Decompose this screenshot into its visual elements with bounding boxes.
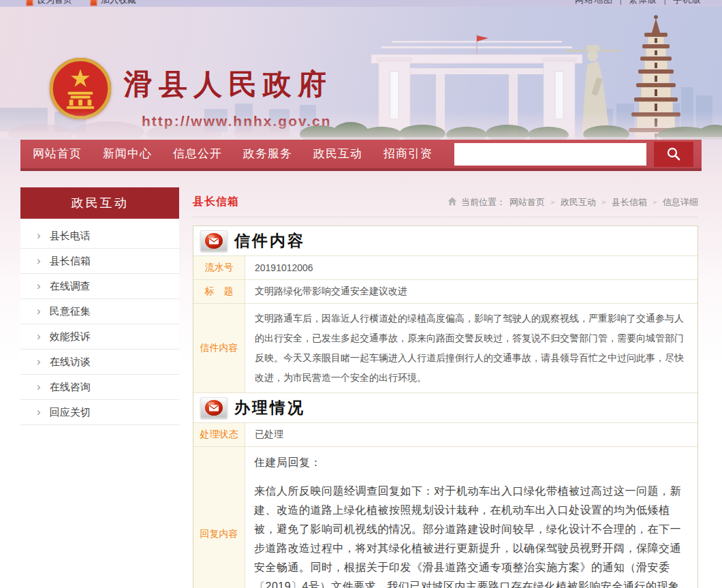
site-name: 滑县人民政府 (124, 65, 332, 104)
sidebar-item-label: 回应关切 (50, 406, 91, 419)
sidebar-item-label: 民意征集 (50, 305, 91, 318)
pagoda-illustration (629, 15, 683, 140)
search-input[interactable] (454, 143, 646, 166)
nav-item-public-interaction[interactable]: 政民互动 (312, 138, 364, 170)
sidebar-item-opinion-solicit[interactable]: ›民意征集 (20, 299, 179, 324)
sidebar-item-label: 效能投诉 (50, 330, 91, 343)
home-shortcut-icon (26, 0, 33, 6)
chevron-right-icon: › (37, 255, 41, 266)
table-row-status: 处理状态 已处理 (193, 423, 697, 447)
search-button[interactable] (654, 142, 693, 167)
topbar-link-add-favorite[interactable]: 加入收藏 (90, 0, 136, 6)
search-box (454, 142, 693, 167)
topbar-right-links[interactable]: 网站地图 ｜ 繁体版 ｜ 手机版 (575, 0, 702, 6)
page-title: 县长信箱 (193, 195, 239, 209)
gate-illustration (371, 34, 582, 140)
breadcrumb-link-mailbox[interactable]: 县长信箱 (612, 196, 647, 208)
sidebar: 政民互动 ›县长电话 ›县长信箱 ›在线调查 ›民意征集 ›效能投诉 ›在线访谈… (20, 187, 179, 443)
sidebar-item-county-phone[interactable]: ›县长电话 (20, 223, 179, 249)
breadcrumb-separator: ＞ (549, 197, 556, 207)
nav-item-investment[interactable]: 招商引资 (382, 138, 434, 170)
chevron-right-icon: › (37, 406, 41, 418)
sidebar-item-label: 县长电话 (50, 230, 91, 243)
status-label: 处理状态 (193, 423, 245, 446)
serial-number-label: 流水号 (193, 256, 245, 279)
sidebar-item-label: 在线访谈 (50, 356, 91, 369)
table-row-reply: 回复内容 住建局回复： 来信人所反映问题经调查回复如下：对于机动车出入口绿化带植… (193, 447, 697, 588)
sidebar-item-efficiency-complaint[interactable]: ›效能投诉 (20, 324, 179, 350)
nav-item-news[interactable]: 新闻中心 (101, 138, 153, 170)
reply-value: 住建局回复： 来信人所反映问题经调查回复如下：对于机动车出入口绿化带植被过高过这… (245, 447, 697, 588)
reply-intro: 住建局回复： (254, 453, 689, 472)
nav-item-gov-services[interactable]: 政务服务 (242, 138, 294, 170)
sidebar-item-label: 在线调查 (50, 280, 91, 293)
chevron-right-icon: › (37, 230, 41, 241)
status-value: 已处理 (245, 423, 697, 446)
sidebar-item-online-survey[interactable]: ›在线调查 (20, 274, 179, 299)
sidebar-title: 政民互动 (20, 187, 179, 219)
breadcrumb-link-interaction[interactable]: 政民互动 (561, 196, 596, 208)
topbar-link-set-homepage[interactable]: 设为首页 (26, 0, 72, 6)
national-emblem-icon (48, 56, 113, 121)
letter-content-value: 文明路通车后，因靠近人行横道处的绿植高度偏高，影响了驾驶人的观察视线，严重影响了… (245, 304, 697, 392)
table-row-subject: 标 题 文明路绿化带影响交通安全建议改进 (193, 280, 697, 304)
chevron-right-icon: › (37, 305, 41, 317)
topbar-link-label: 加入收藏 (101, 0, 136, 6)
breadcrumb-link-home[interactable]: 网站首页 (509, 196, 545, 208)
main-content: 县长信箱 当前位置： 网站首页 ＞ 政民互动 ＞ 县长信箱 ＞ 信息详细 (193, 187, 698, 588)
chevron-right-icon: › (37, 280, 41, 292)
home-icon (448, 197, 457, 206)
sidebar-item-county-mailbox[interactable]: ›县长信箱 (20, 249, 179, 274)
sidebar-item-label: 县长信箱 (50, 255, 91, 268)
star-favorite-icon (90, 0, 97, 6)
reply-body: 来信人所反映问题经调查回复如下：对于机动车出入口绿化带植被过高过这一问题，新建、… (254, 482, 689, 588)
breadcrumb-separator: ＞ (600, 197, 608, 207)
sidebar-item-online-interview[interactable]: ›在线访谈 (20, 350, 179, 375)
mail-icon (200, 230, 227, 251)
table-row-serial: 流水号 20191012006 (193, 256, 697, 280)
breadcrumb: 当前位置： 网站首页 ＞ 政民互动 ＞ 县长信箱 ＞ 信息详细 (448, 196, 698, 208)
chevron-right-icon: › (37, 356, 41, 367)
section-title: 办理情况 (234, 397, 305, 418)
site-brand: 滑县人民政府 http://www.hnhx.gov.cn (48, 56, 332, 129)
nav-item-info-disclosure[interactable]: 信息公开 (172, 138, 223, 170)
main-nav: 网站首页 新闻中心 信息公开 政务服务 政民互动 招商引资 (20, 140, 702, 171)
site-header: 滑县人民政府 http://www.hnhx.gov.cn (0, 7, 722, 140)
letter-detail-panel: 信件内容 流水号 20191012006 标 题 文明路绿化带影响交通安全建议改… (193, 226, 698, 588)
sidebar-item-label: 在线咨询 (50, 381, 91, 394)
breadcrumb-location-label: 当前位置： (461, 196, 505, 208)
chevron-right-icon: › (37, 330, 41, 342)
topbar: 设为首页 加入收藏 网站地图 ｜ 繁体版 ｜ 手机版 (0, 0, 722, 7)
section-title: 信件内容 (234, 230, 305, 251)
page: 设为首页 加入收藏 网站地图 ｜ 繁体版 ｜ 手机版 (0, 0, 722, 588)
search-icon (665, 146, 682, 162)
handling-section-header: 办理情况 (193, 393, 697, 423)
nav-item-home[interactable]: 网站首页 (31, 138, 83, 170)
topbar-link-label: 设为首页 (37, 0, 72, 6)
table-row-letter-content: 信件内容 文明路通车后，因靠近人行横道处的绿植高度偏高，影响了驾驶人的观察视线，… (193, 304, 697, 393)
reply-label: 回复内容 (193, 447, 245, 588)
letter-content-section-header: 信件内容 (193, 226, 697, 256)
chevron-right-icon: › (37, 381, 41, 392)
breadcrumb-row: 县长信箱 当前位置： 网站首页 ＞ 政民互动 ＞ 县长信箱 ＞ 信息详细 (193, 187, 698, 217)
subject-value: 文明路绿化带影响交通安全建议改进 (245, 280, 697, 303)
breadcrumb-separator: ＞ (651, 197, 659, 207)
sidebar-item-online-consult[interactable]: ›在线咨询 (20, 375, 179, 400)
mail-icon (200, 397, 227, 418)
sidebar-item-respond-concerns[interactable]: ›回应关切 (20, 400, 179, 425)
serial-number-value: 20191012006 (245, 256, 697, 279)
letter-content-label: 信件内容 (193, 304, 245, 392)
subject-label: 标 题 (193, 280, 245, 303)
breadcrumb-link-detail[interactable]: 信息详细 (663, 196, 698, 208)
site-url: http://www.hnhx.gov.cn (142, 113, 332, 129)
